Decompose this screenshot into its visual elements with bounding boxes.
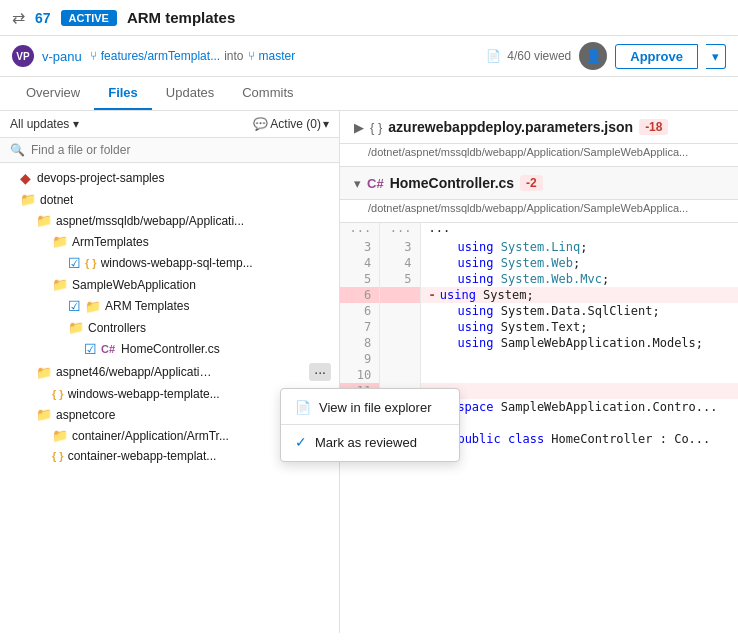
folder-icon: 📁 [52,234,68,249]
branch-info: ⑂ features/armTemplat... into ⑂ master [90,49,295,63]
nav-tabs: Overview Files Updates Commits [0,77,738,111]
tree-item-armtemplates[interactable]: 📁 ArmTemplates [0,231,339,252]
main-content: All updates ▾ 💬 Active (0) ▾ 🔍 ◆ devops-… [0,111,738,633]
root-folder-icon: ◆ [20,170,31,186]
chevron-down-icon2: ▾ [323,117,329,131]
branch-icon: ⑂ [90,49,97,63]
all-updates-button[interactable]: All updates ▾ [10,117,79,131]
avatar: VP [12,45,34,67]
context-menu-label-file-explorer: View in file explorer [319,400,340,415]
table-row: 3 3 using System.Linq; [340,239,738,255]
checkbox-checked-icon: ☑ [84,341,97,357]
check-mark-icon: ✓ [295,434,307,450]
csharp-section-icon: C# [367,176,384,191]
tree-item-label: dotnet [40,193,73,207]
tree-item-label: ArmTemplates [72,235,149,249]
active-filter-label: Active (0) [270,117,321,131]
tree-item-aspnet46[interactable]: 📁 aspnet46/webapp/Applicatio... ··· [0,360,339,384]
tree-item-controllers[interactable]: 📁 Controllers [0,317,339,338]
tree-item-arm-templates[interactable]: ☑ 📁 ARM Templates [0,295,339,317]
folder-icon: 📁 [36,365,52,380]
file-header-2: ▾ C# HomeController.cs -2 [340,166,738,200]
more-options-icon[interactable]: ··· [309,363,331,381]
tree-item-dotnet[interactable]: 📁 dotnet [0,189,339,210]
all-updates-label: All updates [10,117,69,131]
table-row: 10 [340,367,738,383]
tree-item-label: windows-webapp-template... [68,387,220,401]
table-row: ··· ··· ··· [340,223,738,239]
tree-item-label: container/Application/ArmTr... [72,429,229,443]
table-row: 7 using System.Text; [340,319,738,335]
folder-icon: 📁 [52,428,68,443]
file-path-2: /dotnet/aspnet/mssqldb/webapp/Applicatio… [340,200,738,223]
active-filter-button[interactable]: 💬 Active (0) ▾ [253,117,329,131]
table-row: 6 using System.Data.SqlClient; [340,303,738,319]
tab-files[interactable]: Files [94,77,152,110]
context-menu: 📄 View in file explorer ✓ Mark as review… [280,388,340,462]
pr-number[interactable]: 67 [35,10,51,26]
filter-bar: All updates ▾ 💬 Active (0) ▾ [0,111,339,138]
file-name-2: HomeController.cs [390,175,514,191]
tab-overview[interactable]: Overview [12,77,94,110]
comment-icon: 💬 [253,117,268,131]
folder-icon: 📁 [36,407,52,422]
branch-to[interactable]: master [259,49,296,63]
json-file-icon: { } [52,450,64,462]
table-row: 8 using SampleWebApplication.Models; [340,335,738,351]
tree-item-samplewebapp[interactable]: 📁 SampleWebApplication [0,274,339,295]
json-file-icon: { } [85,257,97,269]
tree-item-label: ARM Templates [105,299,189,313]
context-menu-label-mark-reviewed: Mark as reviewed [315,435,340,450]
branch-from[interactable]: features/armTemplat... [101,49,220,63]
search-box: 🔍 [0,138,339,163]
user-icon: 👤 [579,42,607,70]
tree-item-label: windows-webapp-sql-temp... [101,256,253,270]
username[interactable]: v-panu [42,49,82,64]
file-icon: 📄 [486,49,501,63]
tree-item-aspnet-mssql[interactable]: 📁 aspnet/mssqldb/webapp/Applicati... [0,210,339,231]
tree-item-label: Controllers [88,321,146,335]
diff-badge-2: -2 [520,175,543,191]
approve-dropdown-button[interactable]: ▾ [706,44,726,69]
folder-icon: 📁 [36,213,52,228]
csharp-icon: C# [101,343,115,355]
right-panel: ▶ { } azurewebappdeploy.parameters.json … [340,111,738,633]
tab-commits[interactable]: Commits [228,77,307,110]
tree-item-homecontroller[interactable]: ☑ C# HomeController.cs [0,338,339,360]
branch-icon2: ⑂ [248,49,255,63]
pr-icon: ⇄ [12,8,25,27]
active-badge: ACTIVE [61,10,117,26]
chevron-down-icon: ▾ [73,117,79,131]
tree-item-label: aspnetcore [56,408,115,422]
file-name-1: azurewebappdeploy.parameters.json [388,119,633,135]
branch-into: into [224,49,243,63]
tree-item-windows-webapp-sql[interactable]: ☑ { } windows-webapp-sql-temp... [0,252,339,274]
left-panel: All updates ▾ 💬 Active (0) ▾ 🔍 ◆ devops-… [0,111,340,633]
viewed-text: 4/60 viewed [507,49,571,63]
search-input[interactable] [31,143,329,157]
file-section-1: ▶ { } azurewebappdeploy.parameters.json … [340,111,738,166]
table-row-removed: 6 -using System; [340,287,738,303]
approve-button[interactable]: Approve [615,44,698,69]
pr-title: ARM templates [127,9,235,26]
user-bar: VP v-panu ⑂ features/armTemplat... into … [0,36,738,77]
tab-updates[interactable]: Updates [152,77,228,110]
tree-item-label: SampleWebApplication [72,278,196,292]
diff-badge-1: -18 [639,119,668,135]
file-header-1: ▶ { } azurewebappdeploy.parameters.json … [340,111,738,144]
table-row: 4 4 using System.Web; [340,255,738,271]
folder-icon: 📁 [20,192,36,207]
collapse-icon[interactable]: ▾ [354,176,361,191]
section-brace-icon: { } [370,120,382,135]
tree-item-root[interactable]: ◆ devops-project-samples [0,167,339,189]
context-menu-item-mark-reviewed[interactable]: ✓ Mark as reviewed [281,427,340,457]
folder-icon: 📁 [52,277,68,292]
table-row: 5 5 using System.Web.Mvc; [340,271,738,287]
expand-icon[interactable]: ▶ [354,120,364,135]
tree-item-label: aspnet/mssqldb/webapp/Applicati... [56,214,244,228]
tree-item-label: HomeController.cs [121,342,220,356]
context-menu-item-file-explorer[interactable]: 📄 View in file explorer [281,393,340,422]
tree-item-label: aspnet46/webapp/Applicatio... [56,365,216,379]
viewed-count: 📄 4/60 viewed [486,49,571,63]
tree-item-label: devops-project-samples [37,171,164,185]
